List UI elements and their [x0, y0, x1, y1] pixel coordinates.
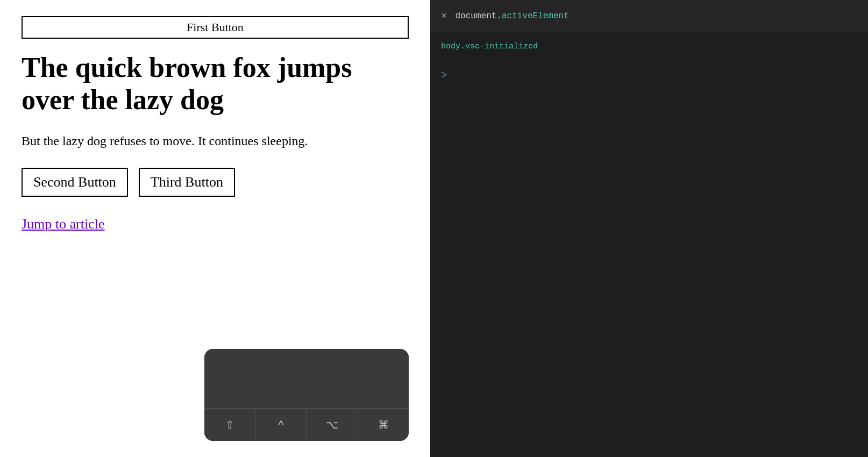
keyboard-popup-body: [204, 349, 409, 408]
key-shift[interactable]: ⇧: [204, 409, 255, 441]
first-button[interactable]: First Button: [22, 16, 409, 39]
keyboard-popup-keys: ⇧ ^ ⌥ ⌘: [204, 408, 409, 441]
jump-to-article-link[interactable]: Jump to article: [22, 216, 409, 232]
devtools-result-value: body.vsc-initialized: [441, 42, 538, 51]
second-button[interactable]: Second Button: [22, 168, 128, 197]
main-heading: The quick brown fox jumps over the lazy …: [22, 52, 409, 116]
key-cmd[interactable]: ⌘: [358, 409, 409, 441]
console-prompt: >: [441, 69, 857, 81]
devtools-panel: × document.activeElement body.vsc-initia…: [430, 0, 868, 457]
keyboard-popup: ⇧ ^ ⌥ ⌘: [204, 349, 409, 441]
devtools-expression: document.activeElement: [456, 11, 569, 21]
close-icon[interactable]: ×: [441, 10, 447, 22]
key-alt[interactable]: ⌥: [307, 409, 358, 441]
devtools-header: × document.activeElement: [430, 0, 868, 32]
prompt-arrow-icon: >: [441, 69, 447, 81]
devtools-console[interactable]: >: [430, 60, 868, 457]
devtools-result-area: body.vsc-initialized: [430, 32, 868, 60]
browser-preview: First Button The quick brown fox jumps o…: [0, 0, 430, 457]
key-ctrl[interactable]: ^: [255, 409, 307, 441]
button-row: Second Button Third Button: [22, 168, 409, 197]
expression-highlight: activeElement: [502, 11, 569, 21]
expression-prefix: document.: [456, 11, 502, 21]
third-button[interactable]: Third Button: [139, 168, 235, 197]
body-paragraph: But the lazy dog refuses to move. It con…: [22, 131, 409, 151]
